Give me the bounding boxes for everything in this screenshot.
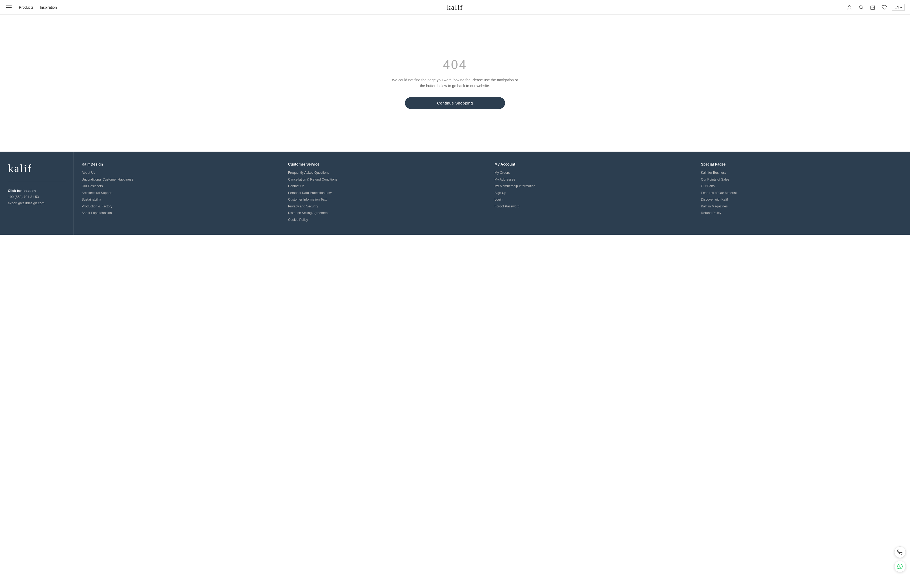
- hamburger-line-3: [6, 9, 11, 9]
- header-left: Products Inspiration: [0, 5, 57, 10]
- footer-col-title-my-account: My Account: [495, 162, 696, 166]
- footer-col-title-special-pages: Special Pages: [701, 162, 902, 166]
- footer-link-forgot-password[interactable]: Forgot Password: [495, 204, 696, 209]
- footer-link-discover-kalif[interactable]: Discover with Kalif: [701, 197, 902, 202]
- footer-brand: kalif Click for location +90 (552) 701 3…: [0, 152, 74, 235]
- svg-point-1: [859, 5, 862, 9]
- footer-link-personal-data[interactable]: Personal Data Protection Law: [288, 191, 489, 195]
- footer-col-my-account: My Account My Orders My Addresses My Mem…: [495, 162, 696, 224]
- footer-link-my-addresses[interactable]: My Addresses: [495, 178, 696, 182]
- footer-link-architectural-support[interactable]: Architectural Support: [82, 191, 283, 195]
- footer-link-contact-us[interactable]: Contact Us: [288, 184, 489, 189]
- cart-icon-button[interactable]: [869, 4, 876, 11]
- lang-label: EN: [894, 5, 899, 9]
- error-message: We could not find the page you were look…: [392, 77, 518, 89]
- footer-link-customer-info[interactable]: Customer Information Text: [288, 197, 489, 202]
- footer-phone: +90 (552) 701 31 53: [8, 195, 39, 199]
- footer-link-our-designers[interactable]: Our Designers: [82, 184, 283, 189]
- footer-col-special-pages: Special Pages Kalif for Business Our Poi…: [701, 162, 902, 224]
- footer: kalif Click for location +90 (552) 701 3…: [0, 152, 910, 235]
- footer-link-about-us[interactable]: About Us: [82, 171, 283, 175]
- footer-col-kalif-design: Kalif Design About Us Unconditional Cust…: [82, 162, 283, 224]
- footer-link-kalif-in-magazines[interactable]: Kalif in Magazines: [701, 204, 902, 209]
- language-selector[interactable]: EN: [892, 4, 905, 11]
- footer-link-our-fairs[interactable]: Our Fairs: [701, 184, 902, 189]
- footer-link-distance-selling[interactable]: Distance Selling Agreement: [288, 211, 489, 216]
- footer-col-title-customer-service: Customer Service: [288, 162, 489, 166]
- header: Products Inspiration kalif: [0, 0, 910, 15]
- continue-shopping-button[interactable]: Continue Shopping: [405, 97, 505, 109]
- footer-link-privacy-security[interactable]: Privacy and Security: [288, 204, 489, 209]
- hamburger-menu-button[interactable]: [5, 5, 13, 10]
- wishlist-icon-button[interactable]: [881, 4, 888, 11]
- footer-location-link[interactable]: Click for location: [8, 188, 45, 194]
- header-right: EN: [846, 4, 910, 11]
- nav-inspiration[interactable]: Inspiration: [40, 5, 57, 10]
- svg-point-0: [849, 5, 850, 7]
- footer-link-my-orders[interactable]: My Orders: [495, 171, 696, 175]
- footer-link-production-factory[interactable]: Production & Factory: [82, 204, 283, 209]
- footer-email: export@kalifdesign.com: [8, 201, 45, 205]
- footer-divider: [8, 181, 66, 181]
- footer-link-features-material[interactable]: Features of Our Material: [701, 191, 902, 195]
- footer-link-my-membership[interactable]: My Membership Information: [495, 184, 696, 189]
- footer-link-faq[interactable]: Frequently Asked Questions: [288, 171, 489, 175]
- footer-link-refund-policy[interactable]: Refund Policy: [701, 211, 902, 216]
- footer-logo: kalif: [8, 162, 32, 175]
- svg-line-2: [862, 8, 863, 10]
- header-logo[interactable]: kalif: [447, 3, 463, 11]
- main-content: 404 We could not find the page you were …: [0, 15, 910, 152]
- error-code: 404: [443, 57, 467, 72]
- footer-link-cancellation[interactable]: Cancellation & Refund Conditions: [288, 178, 489, 182]
- footer-columns: Kalif Design About Us Unconditional Cust…: [74, 152, 910, 235]
- footer-link-sustainability[interactable]: Sustainability: [82, 197, 283, 202]
- footer-location: Click for location +90 (552) 701 31 53 e…: [8, 188, 45, 206]
- search-icon-button[interactable]: [857, 4, 865, 11]
- footer-link-sign-up[interactable]: Sign Up: [495, 191, 696, 195]
- nav-products[interactable]: Products: [19, 5, 34, 10]
- footer-link-kalif-for-business[interactable]: Kalif for Business: [701, 171, 902, 175]
- footer-link-sadik-pasa[interactable]: Sadık Paşa Mansion: [82, 211, 283, 216]
- footer-link-cookie-policy[interactable]: Cookie Policy: [288, 218, 489, 222]
- hamburger-line-1: [6, 5, 11, 6]
- footer-link-login[interactable]: Login: [495, 197, 696, 202]
- user-icon-button[interactable]: [846, 4, 853, 11]
- footer-link-unconditional[interactable]: Unconditional Customer Happiness: [82, 178, 283, 182]
- chevron-down-icon: [900, 6, 902, 9]
- hamburger-line-2: [6, 7, 11, 8]
- footer-col-title-kalif-design: Kalif Design: [82, 162, 283, 166]
- footer-col-customer-service: Customer Service Frequently Asked Questi…: [288, 162, 489, 224]
- footer-link-points-of-sales[interactable]: Our Points of Sales: [701, 178, 902, 182]
